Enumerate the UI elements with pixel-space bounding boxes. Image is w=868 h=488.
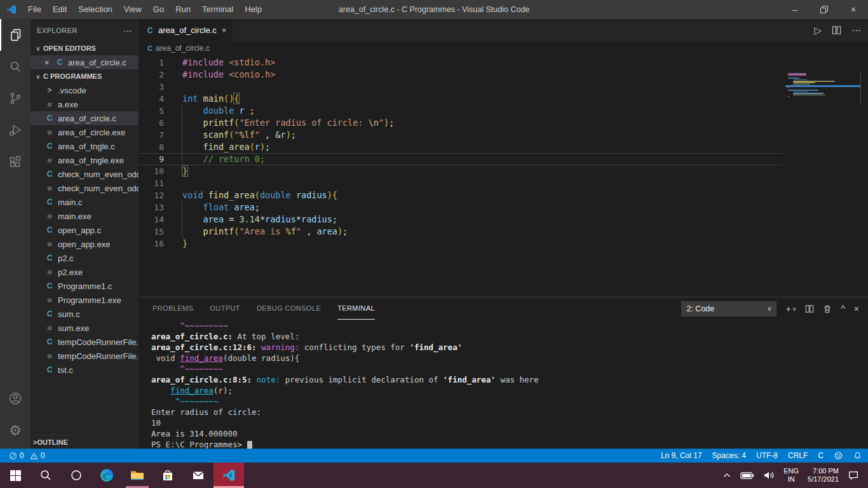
mail-button[interactable] (183, 463, 214, 488)
split-editor-icon[interactable] (832, 25, 841, 35)
menu-run[interactable]: Run (170, 0, 196, 19)
code-line[interactable]: 15 printf("Area is %f" , area); (139, 226, 783, 238)
accounts-icon[interactable] (0, 383, 31, 414)
file-tree-item[interactable]: CProgramme1.c (31, 279, 139, 293)
close-window-button[interactable]: × (839, 0, 868, 19)
file-tree-item[interactable]: ≡check_num_even_odd... (31, 181, 139, 195)
file-tree-item[interactable]: Carea_of_circle.c (31, 111, 139, 125)
notifications-bell-icon[interactable] (853, 451, 862, 460)
clock[interactable]: 7:00 PM5/17/2021 (808, 467, 839, 484)
folder-section[interactable]: ∨ C PROGRAMMES (31, 69, 139, 83)
open-editor-item[interactable]: × C area_of_circle.c (31, 55, 139, 69)
file-tree-item[interactable]: ≡Programme1.exe (31, 293, 139, 307)
file-tree-item[interactable]: ≡p2.exe (31, 265, 139, 279)
file-explorer-button[interactable] (122, 463, 153, 488)
run-code-button[interactable]: ▷ (814, 25, 822, 36)
minimize-button[interactable]: – (780, 0, 810, 19)
file-tree-item[interactable]: Cp2.c (31, 251, 139, 265)
code-line[interactable]: 1#include <stdio.h> (139, 57, 783, 69)
terminal-shell-selector[interactable]: 2: Code ∨ (681, 301, 776, 316)
panel-tab-output[interactable]: OUTPUT (210, 297, 240, 320)
encoding-setting[interactable]: UTF-8 (756, 451, 778, 460)
language-indicator[interactable]: ENGIN (783, 467, 799, 484)
extensions-icon[interactable] (0, 146, 31, 178)
code-line[interactable]: 10} (139, 165, 783, 177)
code-line[interactable]: 14 area = 3.14*radius*radius; (139, 214, 783, 226)
file-tree-item[interactable]: ≡area_of_tngle.exe (31, 153, 139, 167)
problems-indicator[interactable]: 0 0 (9, 451, 44, 460)
file-tree-item[interactable]: ≡sum.exe (31, 321, 139, 335)
feedback-icon[interactable] (834, 451, 843, 460)
maximize-panel-icon[interactable]: ^ (841, 304, 845, 314)
code-line[interactable]: 5 double r ; (139, 105, 783, 117)
new-terminal-button[interactable]: +∨ (785, 304, 796, 314)
eol-setting[interactable]: CRLF (788, 451, 808, 460)
panel-tab-terminal[interactable]: TERMINAL (337, 297, 375, 320)
file-tree-item[interactable]: ≡main.exe (31, 209, 139, 223)
panel-tab-debug-console[interactable]: DEBUG CONSOLE (257, 297, 321, 320)
file-tree-item[interactable]: Ctst.c (31, 363, 139, 377)
source-control-icon[interactable] (0, 83, 31, 114)
action-center-icon[interactable] (848, 470, 859, 481)
panel-tab-problems[interactable]: PROBLEMS (153, 297, 193, 320)
code-line[interactable]: 2#include <conio.h> (139, 69, 783, 81)
editor-more-actions-icon[interactable]: ⋯ (851, 25, 862, 36)
indentation-setting[interactable]: Spaces: 4 (712, 451, 746, 460)
code-line[interactable]: 7 scanf("%lf" , &r); (139, 129, 783, 141)
terminal-content[interactable]: ^~~~~~~~~~area_of_circle.c: At top level… (139, 320, 868, 449)
minimap[interactable] (785, 55, 868, 138)
open-editors-section[interactable]: ∨ OPEN EDITORS (31, 41, 139, 55)
cursor-position[interactable]: Ln 9, Col 17 (661, 451, 702, 460)
battery-icon[interactable] (740, 471, 754, 480)
file-tree-item[interactable]: CtempCodeRunnerFile.c (31, 335, 139, 349)
menu-help[interactable]: Help (239, 0, 268, 19)
restore-button[interactable] (810, 0, 839, 19)
cortana-button[interactable] (61, 463, 92, 488)
menu-selection[interactable]: Selection (72, 0, 118, 19)
outline-section[interactable]: > OUTLINE (31, 435, 139, 449)
code-line[interactable]: 8 find_area(r); (139, 141, 783, 153)
search-icon[interactable] (0, 51, 31, 83)
tab-area-of-circle[interactable]: C area_of_circle.c × (139, 19, 233, 41)
code-line[interactable]: 3 (139, 81, 783, 93)
file-tree-item[interactable]: Carea_of_tngle.c (31, 139, 139, 153)
start-button[interactable] (0, 463, 31, 488)
file-tree-item[interactable]: ≡area_of_circle.exe (31, 125, 139, 139)
file-tree-item[interactable]: >.vscode (31, 83, 139, 97)
menu-terminal[interactable]: Terminal (196, 0, 239, 19)
tab-close-icon[interactable]: × (222, 25, 227, 35)
code-area[interactable]: 1#include <stdio.h>2#include <conio.h>34… (139, 55, 783, 297)
menu-edit[interactable]: Edit (47, 0, 72, 19)
volume-icon[interactable] (763, 470, 775, 480)
explorer-icon[interactable] (0, 19, 31, 51)
code-line[interactable]: 11 (139, 177, 783, 189)
run-debug-icon[interactable] (0, 114, 31, 146)
file-tree-item[interactable]: Csum.c (31, 307, 139, 321)
breadcrumb[interactable]: C area_of_circle.c (139, 41, 868, 55)
menu-go[interactable]: Go (147, 0, 170, 19)
code-line[interactable]: 12void find_area(double radius){ (139, 189, 783, 201)
tray-expand-chevron-icon[interactable] (722, 471, 731, 480)
file-tree-item[interactable]: Copen_app.c (31, 223, 139, 237)
code-line[interactable]: 16} (139, 238, 783, 250)
close-panel-icon[interactable]: × (854, 304, 859, 314)
file-tree-item[interactable]: ≡a.exe (31, 97, 139, 111)
file-tree-item[interactable]: Ccheck_num_even_odd.c (31, 167, 139, 181)
taskbar-search-button[interactable] (31, 463, 61, 488)
edge-button[interactable] (92, 463, 122, 488)
code-line[interactable]: 9 // return 0; (139, 153, 783, 165)
settings-gear-icon[interactable]: ⚙ (0, 414, 31, 446)
split-terminal-icon[interactable] (805, 304, 814, 313)
menu-view[interactable]: View (118, 0, 147, 19)
file-tree-item[interactable]: ≡tempCodeRunnerFile.... (31, 349, 139, 363)
code-line[interactable]: 13 float area; (139, 201, 783, 214)
kill-terminal-trash-icon[interactable] (823, 304, 832, 313)
store-button[interactable] (153, 463, 183, 488)
code-line[interactable]: 4int main(){ (139, 93, 783, 105)
file-tree-item[interactable]: Cmain.c (31, 195, 139, 209)
close-icon[interactable]: × (44, 58, 55, 67)
menu-file[interactable]: File (22, 0, 47, 19)
vscode-taskbar-button[interactable] (214, 463, 244, 488)
language-mode[interactable]: C (818, 451, 824, 460)
code-line[interactable]: 6 printf("Enter radius of circle: \n"); (139, 117, 783, 129)
